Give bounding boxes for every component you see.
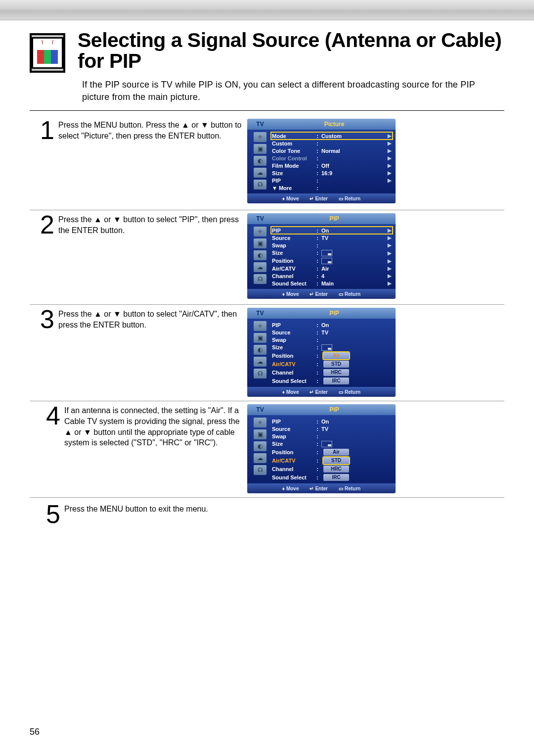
osd-line-label: Swap: [272, 337, 315, 343]
osd-menu-line: Position:Air: [271, 448, 393, 456]
osd-line-label: Mode: [272, 133, 315, 139]
osd-line-value: HRC: [319, 466, 386, 472]
option-pill: Air: [323, 352, 349, 359]
osd-sidebar-icons: ✧▣◐☁☊: [249, 321, 271, 385]
sidebar-icon: ☁: [254, 262, 267, 272]
foot-return: ▭Return: [339, 196, 360, 201]
foot-move: ♦Move: [282, 196, 299, 201]
osd-body: ✧▣◐☁☊PIP:OnSource:TVSwap:Size:Position:A…: [247, 415, 396, 483]
page-title: Selecting a Signal Source (Antenna or Ca…: [78, 30, 504, 72]
option-pill: STD: [323, 361, 349, 368]
osd-menu-line: Channel:HRC: [271, 368, 393, 377]
osd-line-value: IRC: [319, 474, 386, 481]
osd-line-value: [319, 441, 386, 447]
osd-tv-label: TV: [247, 215, 273, 222]
osd-footer: ♦Move↵Enter▭Return: [247, 193, 396, 203]
step-number: 3: [35, 308, 54, 331]
osd-tv-label: TV: [247, 406, 273, 413]
foot-move: ♦Move: [282, 486, 299, 491]
osd-body: ✧▣◐☁☊PIP:OnSource:TVSwap:Size:Position:A…: [247, 319, 396, 387]
osd-tv-label: TV: [247, 310, 273, 317]
osd-line-label: Size: [272, 344, 315, 350]
sidebar-icon: ☁: [254, 168, 267, 178]
osd-menu-line: Air/CATV:STD: [271, 456, 393, 465]
sidebar-icon: ☊: [254, 274, 267, 284]
osd-line-label: Size: [272, 250, 315, 256]
step-number: 5: [41, 503, 60, 526]
osd-line-label: Channel: [272, 370, 315, 376]
sidebar-icon: ▣: [254, 333, 267, 343]
content-wrap: \/ Selecting a Signal Source (Antenna or…: [0, 20, 534, 530]
osd-menu-line: Color Tone:Normal▶: [271, 147, 393, 154]
osd-body: ✧▣◐☁☊PIP:On▶Source:TV▶Swap:▶Size:▶Positi…: [247, 224, 396, 289]
osd-menu-line: Air/CATV:Air▶: [271, 265, 393, 272]
osd-line-label: Custom: [272, 141, 315, 146]
osd-menu-line: Channel:HRC: [271, 465, 393, 473]
sidebar-icon: ✧: [254, 227, 267, 236]
osd-line-label: Position: [272, 353, 315, 359]
step-row: 4If an antenna is connected, the setting…: [30, 401, 504, 498]
osd-body: ✧▣◐☁☊Mode:Custom▶Custom:▶Color Tone:Norm…: [247, 130, 396, 193]
option-pill: IRC: [323, 474, 349, 481]
osd-line-label: Sound Select: [272, 281, 315, 286]
osd-line-value: Custom: [319, 133, 386, 139]
arrow-right-icon: ▶: [386, 273, 392, 279]
osd-footer: ♦Move↵Enter▭Return: [247, 483, 396, 493]
tv-icon: \/: [30, 33, 65, 73]
osd-screenshot: TVPIP✧▣◐☁☊PIP:OnSource:TVSwap:Size:Posit…: [247, 308, 396, 397]
arrow-right-icon: ▶: [386, 258, 392, 264]
osd-menu-line: Air/CATV:STD: [271, 360, 393, 368]
step-text: Press the ▲ or ▼ button to select "Air/C…: [58, 309, 242, 330]
option-pill: HRC: [323, 466, 349, 472]
osd-menu-list: PIP:On▶Source:TV▶Swap:▶Size:▶Position:▶A…: [271, 227, 393, 287]
sidebar-icon: ☊: [254, 465, 267, 475]
osd-line-value: On: [319, 419, 386, 425]
osd-line-value: 16:9: [319, 170, 386, 176]
osd-menu-line: Size:: [271, 343, 393, 351]
arrow-right-icon: ▶: [386, 266, 392, 271]
osd-line-value: 4: [319, 273, 386, 279]
arrow-right-icon: ▶: [386, 228, 392, 233]
osd-line-label: Source: [272, 426, 315, 432]
step-text: Press the MENU button. Press the ▲ or ▼ …: [58, 120, 242, 141]
sidebar-icon: ☁: [254, 453, 267, 463]
osd-line-value: Air: [319, 266, 386, 272]
osd-menu-line: Source:TV▶: [271, 234, 393, 241]
osd-menu-line: Color Control:▶: [271, 154, 393, 162]
step-number: 2: [35, 213, 54, 236]
sidebar-icon: ▣: [254, 429, 267, 439]
osd-line-label: Channel: [272, 273, 315, 279]
arrow-right-icon: ▶: [386, 242, 392, 248]
osd-menu-line: Sound Select:IRC: [271, 377, 393, 385]
osd-line-value: Air: [319, 449, 386, 456]
arrow-right-icon: ▶: [386, 133, 392, 139]
arrow-right-icon: ▶: [386, 163, 392, 168]
osd-menu-line: Swap:: [271, 336, 393, 343]
step-row: 1Press the MENU button. Press the ▲ or ▼…: [30, 116, 504, 210]
step-left: 1Press the MENU button. Press the ▲ or ▼…: [30, 116, 242, 142]
top-metallic-bar: [0, 0, 534, 20]
step-number: 1: [35, 119, 54, 142]
foot-move: ♦Move: [282, 291, 299, 297]
page-subtitle: If the PIP source is TV while PIP is ON,…: [82, 79, 504, 103]
osd-sidebar-icons: ✧▣◐☁☊: [249, 227, 271, 287]
osd-menu-list: PIP:OnSource:TVSwap:Size:Position:AirAir…: [271, 418, 393, 481]
foot-enter: ↵Enter: [310, 291, 328, 297]
osd-menu-line: Size:: [271, 440, 393, 448]
osd-line-label: Source: [272, 330, 315, 335]
sidebar-icon: ☊: [254, 180, 267, 189]
osd-line-value: Main: [319, 281, 386, 286]
osd-line-label: Sound Select: [272, 378, 315, 384]
arrow-right-icon: ▶: [386, 281, 392, 286]
osd-screenshot: TVPicture✧▣◐☁☊Mode:Custom▶Custom:▶Color …: [247, 119, 396, 203]
osd-title: PIP: [273, 310, 396, 317]
sidebar-icon: ◐: [254, 250, 267, 260]
osd-footer: ♦Move↵Enter▭Return: [247, 387, 396, 397]
osd-line-label: Air/CATV: [272, 266, 315, 272]
step-text: Press the MENU button to exit the menu.: [64, 504, 208, 515]
sidebar-icon: ✧: [254, 321, 267, 331]
osd-line-value: [319, 344, 386, 351]
osd-menu-list: Mode:Custom▶Custom:▶Color Tone:Normal▶Co…: [271, 132, 393, 191]
osd-line-label: Size: [272, 170, 315, 176]
osd-screenshot: TVPIP✧▣◐☁☊PIP:On▶Source:TV▶Swap:▶Size:▶P…: [247, 213, 396, 299]
